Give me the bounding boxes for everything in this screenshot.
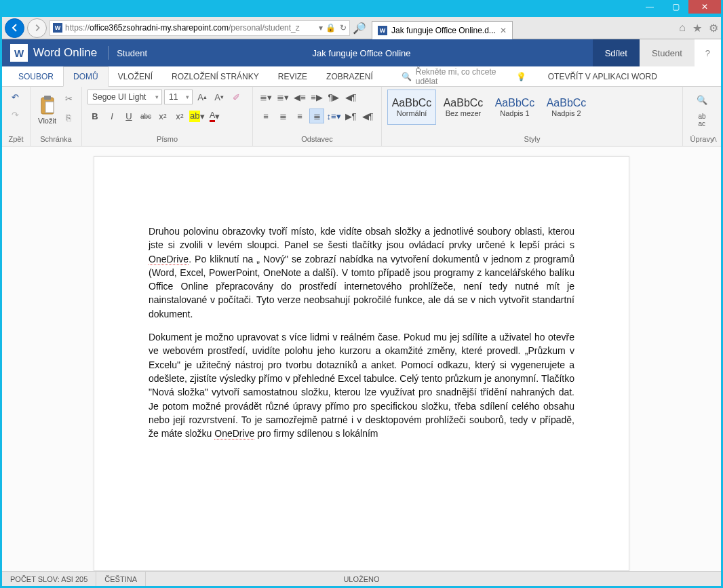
strikethrough-button[interactable]: abc bbox=[138, 109, 153, 123]
bold-button[interactable]: B bbox=[87, 109, 102, 123]
site-context[interactable]: Student bbox=[111, 48, 153, 58]
window-title-bar: — ▢ ✕ bbox=[2, 0, 721, 17]
spellcheck-word[interactable]: OneDrive bbox=[214, 428, 254, 439]
align-right-button[interactable]: ≡ bbox=[292, 109, 307, 123]
maximize-button[interactable]: ▢ bbox=[663, 0, 688, 14]
paragraph-2[interactable]: Dokument je možno upravovat s více lidmi… bbox=[149, 330, 574, 440]
clear-formatting-button[interactable]: ✐ bbox=[229, 90, 243, 104]
find-button[interactable]: 🔍 bbox=[695, 92, 709, 107]
editing-group-label: Úpravy bbox=[688, 134, 716, 144]
shrink-font-button[interactable]: A▾ bbox=[212, 90, 227, 104]
search-icon[interactable]: 🔎 bbox=[353, 22, 366, 35]
increase-indent-button[interactable]: ≡▶ bbox=[309, 90, 324, 104]
paragraph-group-label: Odstavec bbox=[258, 134, 376, 144]
style-nadpis-1[interactable]: AaBbCcNadpis 1 bbox=[490, 90, 539, 125]
word-count[interactable]: POČET SLOV: ASI 205 bbox=[2, 572, 96, 586]
lock-icon: 🔒 bbox=[326, 23, 336, 33]
bullets-button[interactable]: ≣▾ bbox=[258, 90, 273, 104]
open-in-desktop-button[interactable]: OTEVŘÍT V APLIKACI WORD bbox=[539, 66, 667, 86]
tab-review[interactable]: REVIZE bbox=[269, 66, 317, 86]
justify-button[interactable]: ≣ bbox=[309, 109, 324, 123]
undo-group-label: Zpět bbox=[7, 134, 24, 144]
help-button[interactable]: ? bbox=[695, 39, 721, 66]
share-button[interactable]: Sdílet bbox=[593, 39, 640, 66]
undo-button[interactable]: ↶ bbox=[7, 90, 22, 104]
tell-me-search[interactable]: 🔍 Řekněte mi, co chcete udělat 💡 bbox=[396, 66, 532, 86]
collapse-ribbon-button[interactable]: ᐱ bbox=[712, 136, 717, 143]
app-name: Word Online bbox=[33, 46, 97, 60]
close-button[interactable]: ✕ bbox=[688, 0, 721, 14]
cut-button[interactable]: ✂ bbox=[61, 91, 76, 106]
numbering-button[interactable]: ≣▾ bbox=[275, 90, 290, 104]
ltr-button[interactable]: ¶▶ bbox=[326, 90, 341, 104]
browser-right-icons: ⌂ ★ ⚙ bbox=[679, 22, 718, 35]
status-bar: POČET SLOV: ASI 205 ČEŠTINA ULOŽENO bbox=[2, 571, 721, 586]
home-icon[interactable]: ⌂ bbox=[679, 22, 686, 35]
word-favicon: W bbox=[378, 26, 387, 35]
tab-layout[interactable]: ROZLOŽENÍ STRÁNKY bbox=[162, 66, 269, 86]
ribbon-tabs: SOUBOR DOMŮ VLOŽENÍ ROZLOŽENÍ STRÁNKY RE… bbox=[2, 66, 721, 87]
tab-file[interactable]: SOUBOR bbox=[9, 66, 63, 86]
clipboard-group-label: Schránka bbox=[36, 134, 76, 144]
refresh-icon[interactable]: ↻ bbox=[340, 23, 347, 33]
word-logo-icon: W bbox=[10, 44, 28, 62]
grow-font-button[interactable]: A▴ bbox=[195, 90, 210, 104]
copy-button[interactable]: ⎘ bbox=[61, 110, 76, 125]
language-status[interactable]: ČEŠTINA bbox=[96, 572, 146, 586]
user-menu[interactable]: Student bbox=[640, 39, 695, 66]
italic-button[interactable]: I bbox=[104, 109, 119, 123]
indent-marker-button[interactable]: ◀¶ bbox=[360, 109, 375, 123]
browser-tabs: W Jak funguje Office Online.d... ✕ bbox=[372, 17, 513, 39]
paragraph-1[interactable]: Druhou polovinu obrazovky tvoří místo, k… bbox=[149, 224, 574, 321]
url-prefix: https:// bbox=[65, 23, 90, 33]
svg-rect-2 bbox=[45, 102, 54, 113]
font-group-label: Písmo bbox=[87, 134, 247, 144]
bulb-icon: 💡 bbox=[516, 72, 526, 81]
tab-home[interactable]: DOMŮ bbox=[63, 66, 109, 87]
document-area[interactable]: Druhou polovinu obrazovky tvoří místo, k… bbox=[2, 146, 721, 571]
tab-insert[interactable]: VLOŽENÍ bbox=[109, 66, 162, 86]
url-host: office365zsohradni-my.sharepoint.com bbox=[90, 23, 229, 33]
align-left-button[interactable]: ≡ bbox=[258, 109, 273, 123]
font-size-select[interactable]: 11 bbox=[164, 90, 193, 104]
replace-button[interactable]: abac bbox=[695, 113, 709, 128]
svg-rect-1 bbox=[44, 96, 51, 100]
style-bez-mezer[interactable]: AaBbCcBez mezer bbox=[439, 90, 488, 125]
special-indent-button[interactable]: ▶¶ bbox=[343, 109, 358, 123]
redo-button[interactable]: ↷ bbox=[7, 107, 22, 122]
word-favicon: W bbox=[53, 23, 62, 33]
browser-tab[interactable]: W Jak funguje Office Online.d... ✕ bbox=[372, 21, 513, 39]
rtl-button[interactable]: ◀¶ bbox=[343, 90, 358, 104]
settings-icon[interactable]: ⚙ bbox=[709, 22, 718, 35]
underline-button[interactable]: U bbox=[121, 109, 136, 123]
paste-label: Vložit bbox=[38, 117, 56, 125]
style-normální[interactable]: AaBbCcNormální bbox=[387, 90, 436, 125]
paste-button[interactable]: Vložit bbox=[36, 90, 58, 130]
styles-gallery: AaBbCcNormálníAaBbCcBez mezerAaBbCcNadpi… bbox=[387, 90, 677, 134]
decrease-indent-button[interactable]: ◀≡ bbox=[292, 90, 307, 104]
tell-me-placeholder: Řekněte mi, co chcete udělat bbox=[416, 67, 512, 86]
superscript-button[interactable]: x2 bbox=[172, 109, 187, 123]
highlight-button[interactable]: ab▾ bbox=[189, 109, 205, 123]
url-path: /personal/student_z bbox=[229, 23, 300, 33]
minimize-button[interactable]: — bbox=[637, 0, 663, 14]
line-spacing-button[interactable]: ↕≡▾ bbox=[326, 109, 341, 123]
back-button[interactable] bbox=[5, 18, 24, 38]
align-center-button[interactable]: ≣ bbox=[275, 109, 290, 123]
document-page[interactable]: Druhou polovinu obrazovky tvoří místo, k… bbox=[94, 156, 629, 571]
font-color-button[interactable]: A▾ bbox=[207, 109, 222, 123]
address-bar[interactable]: W https://office365zsohradni-my.sharepoi… bbox=[50, 20, 350, 36]
ribbon: ↶ ↷ Zpět Vložit ✂ ⎘ Schránka bbox=[2, 87, 721, 146]
subscript-button[interactable]: x2 bbox=[155, 109, 170, 123]
style-nadpis-2[interactable]: AaBbCcNadpis 2 bbox=[542, 90, 591, 125]
favorites-icon[interactable]: ★ bbox=[692, 22, 702, 35]
tab-view[interactable]: ZOBRAZENÍ bbox=[317, 66, 383, 86]
tab-title: Jak funguje Office Online.d... bbox=[391, 26, 496, 35]
app-header: W Word Online Student Jak funguje Office… bbox=[2, 39, 721, 66]
font-family-select[interactable]: Segoe UI Light bbox=[87, 90, 162, 104]
tab-close-icon[interactable]: ✕ bbox=[500, 26, 507, 35]
spellcheck-word[interactable]: OneDrive bbox=[149, 254, 189, 265]
styles-group-label: Styly bbox=[387, 134, 677, 144]
forward-button[interactable] bbox=[27, 18, 47, 38]
browser-toolbar: W https://office365zsohradni-my.sharepoi… bbox=[2, 17, 721, 39]
